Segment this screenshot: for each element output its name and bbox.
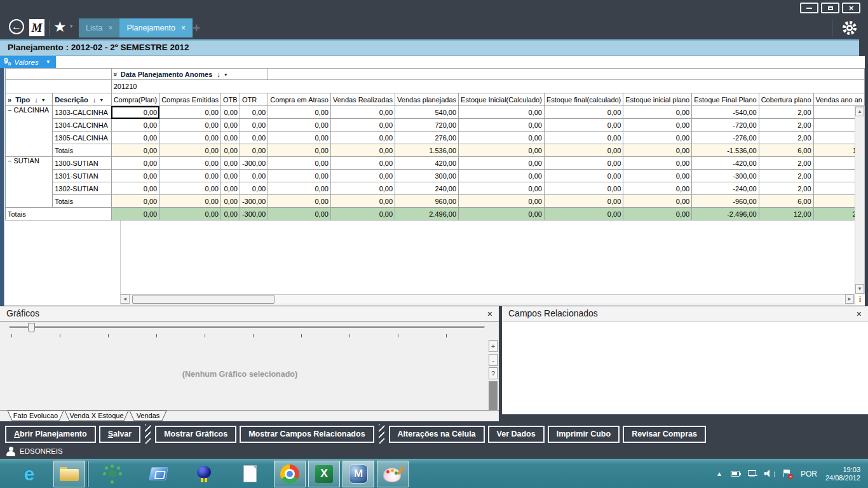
back-button[interactable]: ← — [9, 19, 24, 34]
grid-cell[interactable]: 0,00 — [544, 119, 623, 132]
row-desc-cell[interactable]: 1303-CALCINHA — [53, 106, 111, 119]
grid-cell[interactable]: -420,00 — [692, 157, 759, 170]
grid-cell[interactable]: 0,00 — [330, 170, 395, 182]
grid-info-icon[interactable]: i — [855, 294, 865, 304]
grid-cell[interactable]: 240,00 — [395, 182, 459, 195]
chart-tab-strip[interactable]: Fato EvolucaoVenda X EstoqueVendas — [0, 410, 499, 421]
grid-cell[interactable]: 2,00 — [759, 106, 813, 119]
chart-side-scrollbar[interactable] — [489, 381, 498, 410]
zoom-out-button[interactable]: - — [489, 354, 498, 366]
grid-cell[interactable]: 540,00 — [395, 106, 459, 119]
grid-cell[interactable]: 0,00 — [459, 132, 545, 144]
chart-zoom-slider[interactable] — [9, 326, 485, 328]
grid-cell[interactable]: -1.536,00 — [692, 144, 759, 157]
row-header-descricao[interactable]: Descrição↓▼ — [53, 93, 111, 106]
group-tipo-cell[interactable]: − CALCINHA — [6, 106, 53, 157]
grid-cell[interactable]: 0,00 — [544, 208, 623, 220]
grid-cell[interactable]: 2,00 — [759, 132, 813, 144]
expand-all-icon[interactable]: » — [8, 96, 11, 104]
grid-cell[interactable]: 0,00 — [268, 182, 331, 195]
grid-cell[interactable]: 300,00 — [395, 170, 459, 182]
abrir-planejamento-button[interactable]: Abrir Planejamento — [5, 426, 96, 443]
grid-cell[interactable]: 0,00 — [544, 157, 623, 170]
taskbar-paint[interactable] — [377, 461, 409, 487]
grid-cell[interactable]: 0,00 — [268, 195, 331, 208]
grid-cell[interactable]: 0,00 — [159, 208, 221, 220]
grid-cell[interactable]: 0,00 — [240, 144, 268, 157]
mostrar-campos-relacionados-button[interactable]: Mostrar Campos Relacionados — [240, 426, 374, 443]
tab-close-icon[interactable]: × — [108, 24, 112, 32]
grid-cell[interactable]: 0,00 — [268, 170, 331, 182]
grid-cell[interactable]: 0,00 — [268, 119, 331, 132]
anomes-value-cell[interactable]: 201210 — [111, 80, 864, 93]
grid-cell[interactable]: 0,00 — [268, 157, 331, 170]
taskbar-m-application[interactable]: M — [342, 461, 374, 487]
column-header[interactable]: Estoque Final Plano — [692, 93, 759, 106]
grid-cell[interactable]: 420,00 — [395, 157, 459, 170]
taskbar-dev-chip-app[interactable] — [144, 461, 173, 487]
taskbar-interbase-app[interactable]: IB — [98, 461, 127, 487]
grid-cell[interactable]: -300,00 — [692, 170, 759, 182]
grid-cell[interactable]: 0,00 — [459, 182, 545, 195]
column-header[interactable]: Compras Emitidas — [159, 93, 221, 106]
grid-cell[interactable]: 0,00 — [623, 157, 692, 170]
valores-field-button[interactable]: 90 Valores ▼ — [0, 56, 56, 68]
settings-gear-icon[interactable] — [841, 20, 858, 36]
grid-cell[interactable]: 0,00 — [623, 144, 692, 157]
taskbar-bomb-app[interactable] — [189, 461, 219, 487]
taskbar-document-app[interactable] — [235, 461, 264, 487]
taskbar-excel[interactable]: X — [308, 461, 340, 487]
row-desc-cell[interactable]: 1304-CALCINHA — [53, 119, 111, 132]
close-button[interactable]: × — [842, 3, 860, 13]
taskbar-windows-explorer[interactable] — [53, 461, 85, 487]
grid-cell[interactable]: -540,00 — [692, 106, 759, 119]
grid-cell[interactable]: 2,00 — [759, 157, 813, 170]
row-desc-cell[interactable]: 1305-CALCINHA — [53, 132, 111, 144]
sort-desc-icon[interactable]: ↓ — [34, 96, 38, 104]
ver-dados-button[interactable]: Ver Dados — [488, 426, 545, 443]
volume-icon[interactable] — [764, 470, 775, 478]
grid-cell[interactable]: 0,00 — [111, 106, 159, 119]
grid-cell[interactable]: 6,00 — [759, 195, 813, 208]
grid-cell[interactable]: 0,00 — [221, 182, 240, 195]
scroll-right-button[interactable]: ► — [845, 294, 854, 304]
grid-cell[interactable]: 0,00 — [330, 157, 395, 170]
revisar-compras-button[interactable]: Revisar Compras — [623, 426, 706, 443]
column-header[interactable]: Compra(Plan) — [111, 93, 159, 106]
grid-cell[interactable]: 12,00 — [759, 208, 813, 220]
grid-cell[interactable]: 960,00 — [395, 195, 459, 208]
grid-cell[interactable]: 0,00 — [268, 208, 331, 220]
row-header-tipo[interactable]: »Tipo↓▼ — [6, 93, 53, 106]
grid-cell[interactable]: 0,00 — [459, 157, 545, 170]
grid-cell[interactable]: 0,00 — [623, 106, 692, 119]
app-logo[interactable]: M — [29, 19, 44, 36]
grid-cell[interactable]: -240,00 — [692, 182, 759, 195]
vertical-scrollbar[interactable]: ▲ ▼ — [855, 106, 865, 294]
column-area-header[interactable]: »Data Planejamento Anomes↓▼ — [111, 69, 268, 80]
grid-cell[interactable]: 0,00 — [111, 208, 159, 220]
filter-caret-icon[interactable]: ▼ — [224, 72, 228, 77]
grid-cell[interactable]: 0,00 — [159, 195, 221, 208]
salvar-button[interactable]: Salvar — [99, 426, 141, 443]
grid-cell[interactable]: -300,00 — [240, 157, 268, 170]
minimize-button[interactable] — [800, 3, 818, 13]
grid-cell[interactable]: 0,00 — [623, 195, 692, 208]
filter-caret-icon[interactable]: ▼ — [99, 98, 104, 102]
help-button[interactable]: ? — [489, 367, 498, 379]
grid-cell[interactable]: 0,00 — [159, 132, 221, 144]
column-header[interactable]: Vendas Realizadas — [330, 93, 395, 106]
grid-cell[interactable]: 0,00 — [240, 119, 268, 132]
tab-lista[interactable]: Lista× — [79, 18, 119, 37]
grid-cell[interactable]: 0,00 — [111, 182, 159, 195]
column-header[interactable]: OTR — [240, 93, 268, 106]
grid-cell[interactable]: -720,00 — [692, 119, 759, 132]
graficos-close-icon[interactable]: × — [487, 309, 492, 319]
group-tipo-cell[interactable]: − SUTIAN — [6, 157, 53, 208]
grid-cell[interactable]: 276,00 — [395, 132, 459, 144]
grid-cell[interactable]: 0,00 — [221, 132, 240, 144]
grid-cell[interactable]: 0,00 — [240, 170, 268, 182]
tab-planejamento[interactable]: Planejamento× — [119, 18, 192, 37]
grid-cell[interactable]: 0,00 — [623, 132, 692, 144]
scroll-up-button[interactable]: ▲ — [855, 107, 864, 116]
clock[interactable]: 19:03 24/08/2012 — [825, 466, 860, 482]
